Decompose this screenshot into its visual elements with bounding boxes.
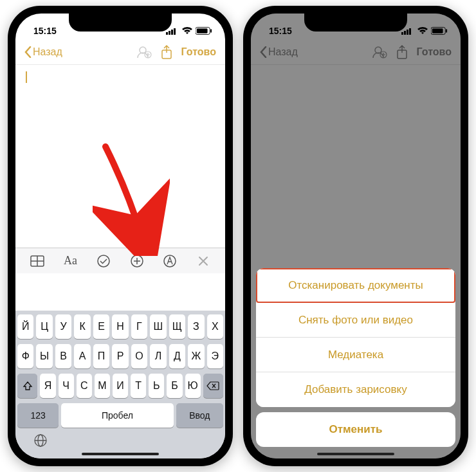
- text-cursor: [26, 71, 27, 83]
- keyboard: Й Ц У К Е Н Г Ш Щ З Х Ф Ы В А П Р О Л: [15, 311, 225, 458]
- chevron-left-icon: [24, 46, 32, 58]
- keyboard-row-2: Ф Ы В А П Р О Л Д Ж Э: [17, 344, 223, 368]
- status-time: 15:15: [33, 26, 57, 36]
- home-indicator[interactable]: [82, 453, 159, 455]
- key[interactable]: Щ: [169, 314, 185, 339]
- key[interactable]: Ь: [149, 374, 164, 398]
- svg-rect-6: [197, 28, 208, 33]
- key[interactable]: О: [131, 344, 147, 368]
- key[interactable]: Г: [131, 314, 147, 339]
- action-scan-documents[interactable]: Отсканировать документы: [256, 268, 455, 303]
- key[interactable]: Ю: [185, 374, 201, 398]
- action-photo-library[interactable]: Медиатека: [256, 338, 455, 372]
- keyboard-under-row: [17, 428, 223, 453]
- key[interactable]: Э: [207, 344, 223, 368]
- keyboard-row-3: Я Ч С М И Т Ь Б Ю: [17, 374, 223, 398]
- people-add-icon[interactable]: [136, 45, 152, 59]
- add-attachment-icon[interactable]: [127, 251, 147, 271]
- key[interactable]: Я: [40, 374, 55, 398]
- action-add-sketch[interactable]: Добавить зарисовку: [256, 372, 455, 407]
- svg-rect-5: [210, 29, 212, 33]
- space-key[interactable]: Пробел: [61, 403, 173, 428]
- markup-icon[interactable]: [160, 251, 179, 271]
- key[interactable]: В: [55, 344, 71, 368]
- nav-bar: Назад Готово: [15, 39, 225, 65]
- back-label: Назад: [33, 46, 62, 58]
- phone-frame-right: 15:15 Назад Готово Отсканировать докумен…: [243, 6, 468, 466]
- screen-left: 15:15 Назад Готово: [15, 14, 225, 458]
- action-sheet: Отсканировать документы Снять фото или в…: [256, 268, 455, 453]
- screen-right: 15:15 Назад Готово Отсканировать докумен…: [251, 14, 461, 458]
- svg-rect-1: [169, 31, 170, 35]
- key[interactable]: И: [113, 374, 128, 398]
- note-body[interactable]: [15, 65, 225, 92]
- key[interactable]: П: [93, 344, 109, 368]
- enter-key[interactable]: Ввод: [176, 403, 223, 428]
- key[interactable]: Ш: [150, 314, 166, 339]
- globe-icon[interactable]: [33, 433, 48, 452]
- key[interactable]: А: [74, 344, 90, 368]
- key[interactable]: Ч: [59, 374, 74, 398]
- svg-rect-2: [171, 30, 173, 35]
- key[interactable]: Б: [167, 374, 182, 398]
- action-cancel[interactable]: Отменить: [256, 412, 455, 447]
- wifi-icon: [181, 24, 194, 37]
- key[interactable]: Ф: [17, 344, 33, 368]
- key[interactable]: У: [55, 314, 71, 339]
- keyboard-row-1: Й Ц У К Е Н Г Ш Щ З Х: [17, 314, 223, 339]
- key[interactable]: Й: [17, 314, 33, 339]
- key[interactable]: З: [188, 314, 204, 339]
- key[interactable]: Л: [150, 344, 166, 368]
- checklist-icon[interactable]: [94, 251, 113, 271]
- status-icons: [166, 24, 212, 37]
- back-button[interactable]: Назад: [24, 46, 62, 58]
- keyboard-row-4: 123 Пробел Ввод: [17, 403, 223, 428]
- shift-key[interactable]: [17, 374, 37, 398]
- table-icon[interactable]: [28, 251, 47, 271]
- key[interactable]: Е: [93, 314, 109, 339]
- key[interactable]: Х: [207, 314, 223, 339]
- action-take-photo-video[interactable]: Снять фото или видео: [256, 303, 455, 338]
- key[interactable]: Ж: [188, 344, 204, 368]
- svg-rect-3: [174, 28, 176, 35]
- svg-rect-0: [166, 32, 168, 35]
- action-sheet-group: Отсканировать документы Снять фото или в…: [256, 268, 455, 407]
- backspace-key[interactable]: [203, 374, 223, 398]
- text-format-icon[interactable]: Aa: [60, 251, 80, 271]
- keyboard-toolbar: Aa: [15, 248, 225, 273]
- key[interactable]: К: [74, 314, 90, 339]
- share-icon[interactable]: [161, 45, 172, 59]
- battery-icon: [196, 24, 212, 37]
- key[interactable]: Ы: [36, 344, 52, 368]
- notch: [304, 14, 407, 32]
- key[interactable]: М: [95, 374, 110, 398]
- key[interactable]: Ц: [36, 314, 52, 339]
- key[interactable]: С: [77, 374, 92, 398]
- svg-point-13: [98, 255, 109, 267]
- done-button[interactable]: Готово: [181, 46, 216, 58]
- numeric-key[interactable]: 123: [17, 403, 59, 428]
- key[interactable]: Р: [112, 344, 128, 368]
- key[interactable]: Т: [131, 374, 146, 398]
- key[interactable]: Н: [112, 314, 128, 339]
- key[interactable]: Д: [169, 344, 185, 368]
- notch: [69, 14, 172, 32]
- phone-frame-left: 15:15 Назад Готово: [8, 6, 233, 466]
- close-toolbar-icon[interactable]: [194, 251, 213, 271]
